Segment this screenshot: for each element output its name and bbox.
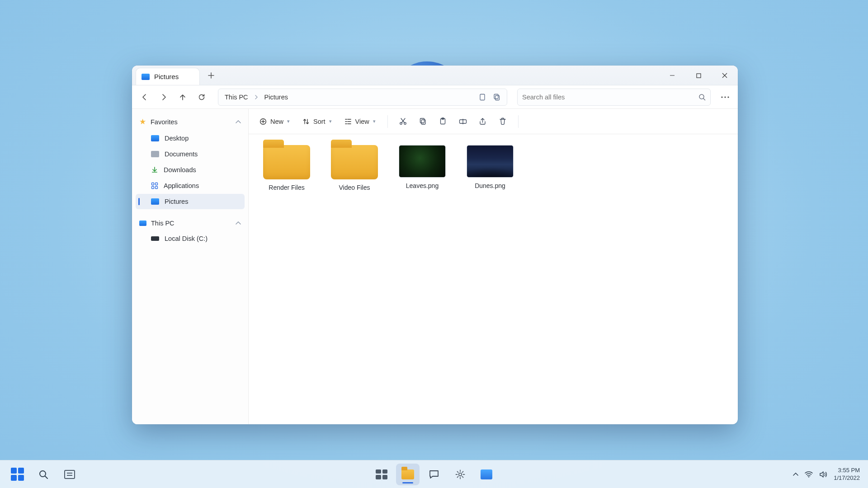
sidebar-item-label: Pictures xyxy=(165,198,188,205)
pc-icon xyxy=(139,221,146,226)
sort-button[interactable]: Sort ▾ xyxy=(298,115,336,128)
refresh-button[interactable] xyxy=(193,89,210,105)
start-button[interactable] xyxy=(5,464,29,485)
download-icon xyxy=(151,166,158,174)
new-tab-button[interactable] xyxy=(203,68,219,83)
photos-icon xyxy=(481,469,492,479)
delete-button[interactable] xyxy=(495,113,511,130)
file-item[interactable]: Render Files xyxy=(260,145,313,191)
breadcrumb-this-pc[interactable]: This PC xyxy=(222,92,251,103)
minimize-button[interactable] xyxy=(659,66,685,85)
files-grid[interactable]: Render Files Video Files Leaves.png Dune… xyxy=(249,134,738,424)
sidebar-favorites-header[interactable]: ★ Favorites xyxy=(135,113,245,130)
view-button[interactable]: View ▾ xyxy=(340,115,380,128)
volume-button[interactable] xyxy=(819,471,827,478)
trash-icon xyxy=(499,117,506,125)
minimize-icon xyxy=(670,73,675,78)
widgets-button[interactable] xyxy=(370,464,393,485)
sidebar-item-applications[interactable]: Applications xyxy=(136,178,245,193)
close-button[interactable] xyxy=(712,66,738,85)
thispc-label: This PC xyxy=(151,220,175,227)
svg-rect-1 xyxy=(480,94,485,100)
clock[interactable]: 3:55 PM 1/17/2022 xyxy=(834,467,863,482)
folder-icon xyxy=(401,469,414,479)
favorites-label: Favorites xyxy=(151,118,178,126)
paste-button[interactable] xyxy=(435,113,451,130)
chevron-down-icon: ▾ xyxy=(373,118,376,124)
svg-rect-10 xyxy=(152,187,154,189)
share-button[interactable] xyxy=(475,113,491,130)
disk-icon xyxy=(151,236,159,241)
breadcrumb-pictures[interactable]: Pictures xyxy=(262,92,291,103)
chevron-up-icon xyxy=(236,221,241,225)
address-action-2[interactable] xyxy=(491,91,503,103)
search-box[interactable] xyxy=(517,89,711,106)
sidebar-item-documents[interactable]: Documents xyxy=(136,146,245,162)
sidebar-item-label: Local Disk (C:) xyxy=(165,235,208,242)
apps-icon xyxy=(151,182,158,189)
chevron-right-icon xyxy=(255,95,258,99)
refresh-icon xyxy=(198,94,205,101)
more-button[interactable] xyxy=(717,89,733,105)
file-item[interactable]: Dunes.png xyxy=(464,145,516,191)
widgets-icon xyxy=(376,469,387,479)
file-name: Video Files xyxy=(339,184,370,191)
taskbar-app-explorer[interactable] xyxy=(396,464,420,485)
arrow-left-icon xyxy=(141,94,148,101)
svg-point-7 xyxy=(727,96,729,98)
svg-rect-8 xyxy=(152,183,154,185)
address-bar[interactable]: This PC Pictures xyxy=(218,89,507,106)
copy-button[interactable] xyxy=(415,113,431,130)
chat-icon xyxy=(429,469,439,479)
volume-icon xyxy=(819,471,827,478)
view-icon xyxy=(344,118,352,125)
time-label: 3:55 PM xyxy=(834,467,860,474)
documents-icon xyxy=(151,151,159,157)
gear-icon xyxy=(455,469,466,480)
sidebar-item-local-disk[interactable]: Local Disk (C:) xyxy=(136,231,245,246)
chevron-down-icon: ▾ xyxy=(287,118,290,124)
cut-button[interactable] xyxy=(395,113,411,130)
window-tab[interactable]: Pictures xyxy=(136,68,200,85)
svg-point-6 xyxy=(724,96,726,98)
sidebar-item-pictures[interactable]: Pictures xyxy=(136,194,245,209)
address-action-1[interactable] xyxy=(476,91,489,103)
rename-button[interactable] xyxy=(455,113,471,130)
back-button[interactable] xyxy=(137,89,153,105)
svg-rect-16 xyxy=(420,118,425,123)
sidebar-item-label: Applications xyxy=(164,182,199,189)
wifi-button[interactable] xyxy=(805,471,813,478)
svg-rect-11 xyxy=(156,187,158,189)
maximize-icon xyxy=(696,73,701,78)
svg-point-5 xyxy=(721,96,722,98)
sidebar-item-downloads[interactable]: Downloads xyxy=(136,162,245,178)
taskbar-app-chat[interactable] xyxy=(422,464,446,485)
tab-title: Pictures xyxy=(154,73,179,80)
up-button[interactable] xyxy=(175,89,191,105)
command-bar: New ▾ Sort ▾ View ▾ xyxy=(249,109,738,134)
svg-rect-0 xyxy=(697,74,701,78)
search-input[interactable] xyxy=(522,94,698,101)
svg-point-21 xyxy=(459,473,462,475)
new-button[interactable]: New ▾ xyxy=(255,115,294,128)
systray-chevron[interactable] xyxy=(793,473,798,476)
sidebar-item-label: Downloads xyxy=(164,166,196,174)
taskbar-search-button[interactable] xyxy=(32,464,55,485)
file-name: Render Files xyxy=(269,184,304,191)
file-item[interactable]: Leaves.png xyxy=(396,145,448,191)
sidebar-thispc-header[interactable]: This PC xyxy=(135,216,245,230)
taskbar-app-settings[interactable] xyxy=(448,464,472,485)
plus-circle-icon xyxy=(259,118,267,125)
task-view-button[interactable] xyxy=(58,464,81,485)
sort-label: Sort xyxy=(313,118,326,125)
task-view-icon xyxy=(64,470,75,479)
sidebar-item-desktop[interactable]: Desktop xyxy=(136,131,245,146)
view-label: View xyxy=(355,118,369,125)
file-item[interactable]: Video Files xyxy=(328,145,381,191)
divider xyxy=(387,115,388,128)
close-icon xyxy=(722,73,727,78)
new-label: New xyxy=(270,118,283,125)
taskbar-app-photos[interactable] xyxy=(475,464,498,485)
maximize-button[interactable] xyxy=(685,66,712,85)
forward-button[interactable] xyxy=(156,89,172,105)
